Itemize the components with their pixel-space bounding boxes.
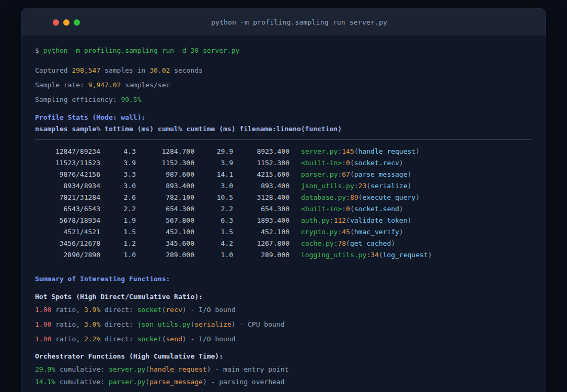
terminal-window: python -m profiling.sampling run server.… — [21, 8, 546, 392]
stat-label: Sampling efficiency: — [35, 96, 121, 103]
stat-label: seconds — [170, 66, 203, 74]
cell-cumtime: 1893.400 — [233, 215, 290, 226]
punct: ) — [399, 159, 403, 167]
cell-sample-pct: 1.2 — [100, 238, 136, 249]
ratio-value: 1.00 — [35, 306, 51, 314]
table-row: 5678/189341.9567.8006.31893.400auth.py:1… — [35, 215, 532, 226]
function-name: log_request — [383, 251, 428, 259]
cell-cumul-pct: 6.3 — [194, 215, 233, 226]
item-note: - I/O bound — [187, 335, 236, 343]
captured-stats-line: Captured 298,547 samples in 30.02 second… — [35, 65, 532, 76]
cell-cumtime: 1267.800 — [233, 238, 290, 249]
cell-cumul-pct: 3.0 — [194, 180, 233, 192]
cumulative-pct: 14.1% — [35, 378, 55, 386]
cell-cumul-pct: 14.1 — [194, 169, 233, 180]
lineno: 0 — [346, 159, 350, 167]
cell-tottime: 987.600 — [136, 169, 194, 180]
cell-nsamples: 4521/4521 — [35, 226, 100, 238]
lineno: 67 — [342, 170, 350, 178]
item-text: cumulative: — [55, 378, 109, 386]
cell-location: logging_utils.py:34(log_request) — [301, 251, 432, 259]
hot-spots-heading: Hot Spots (High Direct/Cumulative Ratio)… — [35, 292, 532, 302]
punct: ) — [203, 378, 207, 386]
stat-label: Captured — [35, 66, 72, 74]
target-name: parser.py — [109, 378, 145, 386]
cell-sample-pct: 2.2 — [100, 203, 136, 215]
punct: : — [366, 251, 371, 259]
function-name: recv — [166, 306, 182, 314]
close-window-button[interactable] — [53, 19, 59, 26]
hot-spot-item: 1.00 ratio, 2.2% direct: socket(send) - … — [35, 334, 532, 344]
function-name: parse_message — [354, 170, 408, 178]
punct: ( — [145, 378, 149, 386]
efficiency-value: 99.5% — [121, 96, 141, 103]
function-name: socket.recv — [354, 159, 399, 167]
cell-tottime: 893.400 — [136, 180, 194, 192]
lineno: 89 — [350, 193, 358, 201]
punct: : — [354, 182, 358, 190]
cell-location: <built-in>:0(socket.recv) — [301, 159, 403, 167]
direct-pct: 3.0% — [84, 320, 100, 328]
filename: <built-in> — [301, 159, 342, 167]
terminal-titlebar[interactable]: python -m profiling.sampling run server.… — [21, 9, 546, 36]
maximize-window-button[interactable] — [74, 19, 80, 26]
punct: ( — [379, 251, 383, 259]
lineno: 112 — [334, 216, 346, 224]
cumulative-pct: 29.9% — [35, 365, 55, 373]
table-divider — [35, 139, 532, 140]
lineno: 23 — [358, 182, 367, 190]
ratio-value: 1.00 — [35, 335, 51, 343]
punct: ) — [182, 335, 187, 343]
cell-location: auth.py:112(validate_token) — [301, 216, 411, 224]
punct: : — [330, 216, 334, 224]
cell-tottime: 567.800 — [136, 215, 194, 226]
cell-location: cache.py:78(get_cached) — [301, 239, 395, 247]
function-name: send — [166, 335, 182, 343]
lineno: 145 — [342, 147, 354, 155]
cell-tottime: 782.100 — [136, 192, 194, 203]
terminal-output[interactable]: $ python -m profiling.sampling run -d 30… — [21, 36, 546, 387]
cell-tottime: 452.100 — [136, 226, 194, 238]
cell-tottime: 1152.300 — [136, 157, 194, 169]
punct: ) — [415, 193, 420, 201]
cell-cumul-pct: 1.5 — [194, 226, 233, 238]
cell-cumul-pct: 10.5 — [194, 192, 233, 203]
hot-spot-item: 1.00 ratio, 3.9% direct: socket(recv) - … — [35, 305, 532, 315]
ratio-value: 1.00 — [35, 320, 51, 328]
punct: ) — [391, 239, 395, 247]
punct: ) — [428, 251, 432, 259]
table-row: 8934/89343.0893.4003.0893.400json_utils.… — [35, 180, 532, 192]
punct: : — [346, 193, 350, 201]
punct: ) — [399, 205, 403, 213]
punct: : — [342, 159, 346, 167]
item-note: - parsing overhead — [207, 378, 285, 386]
function-name: validate_token — [350, 216, 408, 224]
cell-cumtime: 1152.300 — [233, 157, 290, 169]
punct: ( — [162, 306, 166, 314]
cell-sample-pct: 2.6 — [100, 192, 136, 203]
function-name: get_cached — [350, 239, 391, 247]
cell-cumtime: 893.400 — [233, 180, 290, 192]
item-text: cumulative: — [55, 365, 109, 373]
punct: ) — [408, 216, 412, 224]
cell-location: <built-in>:0(socket.send) — [301, 205, 403, 213]
punct: ) — [399, 228, 403, 236]
stat-label: Sample rate: — [35, 81, 88, 89]
filename: parser.py — [301, 170, 338, 178]
lineno: 45 — [342, 228, 350, 236]
punct: : — [342, 205, 346, 213]
function-name: handle_request — [149, 365, 207, 373]
item-note: - I/O bound — [187, 306, 236, 314]
punct: ( — [346, 216, 350, 224]
punct: ( — [145, 365, 149, 373]
table-row: 4521/45211.5452.1001.5452.100crypto.py:4… — [35, 226, 532, 238]
minimize-window-button[interactable] — [63, 19, 70, 26]
stat-label: samples in — [100, 66, 149, 74]
cell-location: parser.py:67(parse_message) — [301, 170, 411, 178]
function-name: handle_request — [358, 147, 416, 155]
item-note: - main entry point — [211, 365, 289, 373]
cell-nsamples: 2890/2890 — [35, 249, 100, 261]
cell-cumul-pct: 3.9 — [194, 157, 233, 169]
cell-cumul-pct: 4.2 — [194, 238, 233, 249]
efficiency-line: Sampling efficiency: 99.5% — [35, 95, 532, 105]
